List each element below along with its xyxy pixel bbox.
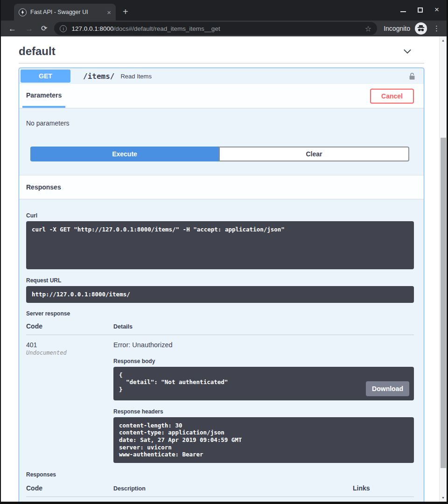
scroll-down-icon[interactable]: ▼ <box>440 496 447 499</box>
browser-tab[interactable]: Fast API - Swagger UI × <box>14 4 116 21</box>
browser-menu-icon[interactable]: ⋮ <box>433 24 440 33</box>
page-scrollbar[interactable]: ▲ ▼ <box>439 36 447 502</box>
url-host: 127.0.0.1:8000 <box>71 25 113 32</box>
clear-button[interactable]: Clear <box>219 147 409 161</box>
unlocked-padlock-icon <box>407 71 417 81</box>
tab-close-icon[interactable]: × <box>106 8 112 17</box>
server-response-label: Server response <box>26 310 414 317</box>
parameters-header: Parameters Cancel <box>19 84 424 108</box>
operation-summary-text: Read Items <box>120 73 151 80</box>
tag-header[interactable]: default <box>19 45 424 58</box>
response-status-text: Error: Unauthorized <box>113 341 414 349</box>
url-text[interactable]: 127.0.0.1:8000/docs#/default/read_items_… <box>71 25 364 32</box>
responses-body: Curl curl -X GET "http://127.0.0.1:8000/… <box>19 199 424 502</box>
curl-label: Curl <box>26 212 414 219</box>
swagger-ui: default GET /items/ Read Items <box>1 36 439 502</box>
parameters-tab-label: Parameters <box>26 91 62 99</box>
fastapi-favicon-icon <box>19 8 27 16</box>
response-code: 401 <box>26 341 113 349</box>
code-column-header: Code <box>26 322 113 330</box>
forward-icon: → <box>25 25 33 33</box>
bookmark-star-icon[interactable]: ☆ <box>365 24 371 33</box>
documented-responses-label: Responses <box>26 471 414 478</box>
download-button[interactable]: Download <box>366 381 409 396</box>
response-details-cell: Error: Unauthorized Response body { "det… <box>113 341 414 463</box>
doc-links-column-header: Links <box>353 484 414 492</box>
response-body-label: Response body <box>113 358 414 364</box>
response-code-cell: 401 Undocumented <box>26 341 113 463</box>
browser-window: Fast API - Swagger UI × + × ← → ⟳ i 127.… <box>0 0 448 504</box>
documented-responses-table-header: Code Description Links <box>26 484 414 497</box>
opblock-get-items: GET /items/ Read Items Parameters Cance <box>19 68 424 502</box>
maximize-button[interactable] <box>418 7 423 13</box>
incognito-label: Incognito <box>384 25 410 32</box>
page-area: default GET /items/ Read Items <box>1 36 447 502</box>
tab-title: Fast API - Swagger UI <box>30 9 106 15</box>
server-response-table-header: Code Details <box>26 322 414 335</box>
incognito-icon <box>415 22 427 35</box>
operation-summary[interactable]: GET /items/ Read Items <box>19 68 424 84</box>
url-bar[interactable]: i 127.0.0.1:8000/docs#/default/read_item… <box>54 22 377 35</box>
parameters-body: No parameters Execute Clear <box>19 108 424 161</box>
documented-response-row: 200 Successful Response No links <box>26 497 414 502</box>
tab-parameters[interactable]: Parameters <box>22 84 65 108</box>
window-controls: × <box>400 5 439 14</box>
scroll-up-icon[interactable]: ▲ <box>440 39 447 42</box>
back-icon[interactable]: ← <box>8 25 16 33</box>
window-close-button[interactable]: × <box>434 6 439 14</box>
tag-title: default <box>19 45 56 58</box>
response-body-block: { "detail": "Not authenticated" }Downloa… <box>113 367 414 400</box>
responses-section-label: Responses <box>26 183 61 191</box>
details-column-header: Details <box>113 323 414 330</box>
response-headers-label: Response headers <box>113 408 414 415</box>
browser-toolbar: ← → ⟳ i 127.0.0.1:8000/docs#/default/rea… <box>1 21 447 36</box>
response-body-json: { "detail": "Not authenticated" } <box>119 371 228 393</box>
page-info-icon[interactable]: i <box>60 25 67 32</box>
response-headers-block: content-length: 30 content-type: applica… <box>113 417 414 463</box>
no-parameters-text: No parameters <box>19 108 424 127</box>
url-path: /docs#/default/read_items_items__get <box>114 25 220 32</box>
minimize-button[interactable] <box>400 8 406 12</box>
request-url-block: http://127.0.0.1:8000/items/ <box>26 286 414 303</box>
execute-row: Execute Clear <box>30 147 409 161</box>
tag-divider <box>19 63 424 63</box>
new-tab-button[interactable]: + <box>123 7 128 16</box>
server-response-row: 401 Undocumented Error: Unauthorized Res… <box>26 335 414 463</box>
request-url-label: Request URL <box>26 277 414 284</box>
response-code-note: Undocumented <box>26 350 113 356</box>
browser-titlebar: Fast API - Swagger UI × + × <box>1 0 447 21</box>
operation-path: /items/ <box>83 72 114 81</box>
cancel-button[interactable]: Cancel <box>370 89 414 104</box>
scrollbar-thumb[interactable] <box>441 138 446 468</box>
curl-command-block[interactable]: curl -X GET "http://127.0.0.1:8000/items… <box>26 221 414 269</box>
method-badge: GET <box>21 70 70 83</box>
chevron-down-icon[interactable] <box>402 46 413 57</box>
auth-lock-button[interactable] <box>407 71 417 81</box>
doc-description-column-header: Description <box>113 485 353 492</box>
execute-button[interactable]: Execute <box>30 147 219 161</box>
responses-section-header: Responses <box>19 175 424 199</box>
doc-code-column-header: Code <box>26 484 113 492</box>
reload-icon[interactable]: ⟳ <box>41 25 47 32</box>
